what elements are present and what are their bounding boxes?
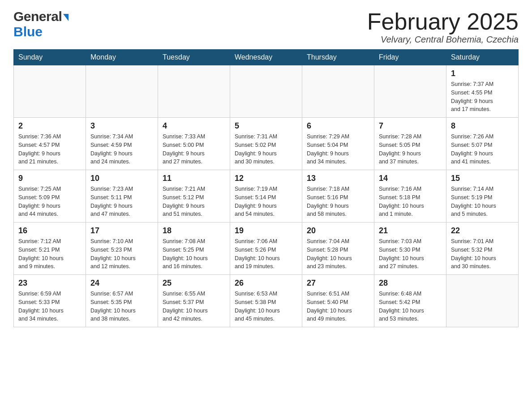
day-info: Sunrise: 7:23 AM Sunset: 5:11 PM Dayligh… xyxy=(90,185,153,218)
logo-blue-row: Blue xyxy=(13,24,43,39)
day-number: 6 xyxy=(307,121,369,131)
calendar-cell: 6Sunrise: 7:29 AM Sunset: 5:04 PM Daylig… xyxy=(302,118,374,170)
day-of-week-header: Sunday xyxy=(14,50,86,65)
calendar-cell: 5Sunrise: 7:31 AM Sunset: 5:02 PM Daylig… xyxy=(230,118,302,170)
day-number: 28 xyxy=(379,278,442,288)
day-of-week-header: Friday xyxy=(374,50,446,65)
calendar-cell: 18Sunrise: 7:08 AM Sunset: 5:25 PM Dayli… xyxy=(158,223,230,275)
day-number: 21 xyxy=(379,226,442,235)
logo-general-text: General xyxy=(13,9,62,24)
calendar-cell: 23Sunrise: 6:59 AM Sunset: 5:33 PM Dayli… xyxy=(14,275,86,327)
calendar-cell xyxy=(86,65,158,118)
calendar-week-row: 16Sunrise: 7:12 AM Sunset: 5:21 PM Dayli… xyxy=(14,223,519,275)
day-number: 10 xyxy=(90,174,153,183)
day-number: 4 xyxy=(163,121,225,131)
day-info: Sunrise: 7:25 AM Sunset: 5:09 PM Dayligh… xyxy=(18,185,81,218)
calendar-cell: 12Sunrise: 7:19 AM Sunset: 5:14 PM Dayli… xyxy=(230,170,302,223)
calendar-cell: 24Sunrise: 6:57 AM Sunset: 5:35 PM Dayli… xyxy=(86,275,158,327)
day-number: 18 xyxy=(163,226,225,235)
day-number: 16 xyxy=(18,226,81,235)
day-info: Sunrise: 7:06 AM Sunset: 5:26 PM Dayligh… xyxy=(235,237,297,271)
day-number: 22 xyxy=(451,226,514,235)
calendar-cell: 17Sunrise: 7:10 AM Sunset: 5:23 PM Dayli… xyxy=(86,223,158,275)
day-info: Sunrise: 7:10 AM Sunset: 5:23 PM Dayligh… xyxy=(90,237,153,271)
day-info: Sunrise: 7:21 AM Sunset: 5:12 PM Dayligh… xyxy=(163,185,225,218)
calendar-cell: 2Sunrise: 7:36 AM Sunset: 4:57 PM Daylig… xyxy=(14,118,86,170)
title-block: February 2025 Velvary, Central Bohemia, … xyxy=(367,9,519,45)
day-info: Sunrise: 7:34 AM Sunset: 4:59 PM Dayligh… xyxy=(90,133,153,166)
day-info: Sunrise: 7:03 AM Sunset: 5:30 PM Dayligh… xyxy=(379,237,442,271)
day-number: 15 xyxy=(451,174,514,183)
calendar-cell: 21Sunrise: 7:03 AM Sunset: 5:30 PM Dayli… xyxy=(374,223,446,275)
calendar-cell: 3Sunrise: 7:34 AM Sunset: 4:59 PM Daylig… xyxy=(86,118,158,170)
calendar-cell: 13Sunrise: 7:18 AM Sunset: 5:16 PM Dayli… xyxy=(302,170,374,223)
day-number: 17 xyxy=(90,226,153,235)
calendar-cell: 15Sunrise: 7:14 AM Sunset: 5:19 PM Dayli… xyxy=(446,170,519,223)
day-number: 26 xyxy=(235,278,297,288)
calendar-cell xyxy=(302,65,374,118)
day-number: 23 xyxy=(18,278,81,288)
calendar-week-row: 9Sunrise: 7:25 AM Sunset: 5:09 PM Daylig… xyxy=(14,170,519,223)
day-number: 1 xyxy=(451,69,514,78)
day-of-week-header: Monday xyxy=(86,50,158,65)
day-of-week-header: Saturday xyxy=(446,50,519,65)
day-info: Sunrise: 6:51 AM Sunset: 5:40 PM Dayligh… xyxy=(307,290,369,323)
day-info: Sunrise: 7:33 AM Sunset: 5:00 PM Dayligh… xyxy=(163,133,225,166)
calendar-cell: 28Sunrise: 6:48 AM Sunset: 5:42 PM Dayli… xyxy=(374,275,446,327)
day-number: 11 xyxy=(163,174,225,183)
day-number: 27 xyxy=(307,278,369,288)
calendar-cell: 16Sunrise: 7:12 AM Sunset: 5:21 PM Dayli… xyxy=(14,223,86,275)
day-number: 14 xyxy=(379,174,442,183)
calendar-week-row: 2Sunrise: 7:36 AM Sunset: 4:57 PM Daylig… xyxy=(14,118,519,170)
day-info: Sunrise: 6:57 AM Sunset: 5:35 PM Dayligh… xyxy=(90,290,153,323)
calendar-cell: 9Sunrise: 7:25 AM Sunset: 5:09 PM Daylig… xyxy=(14,170,86,223)
day-number: 7 xyxy=(379,121,442,131)
day-info: Sunrise: 6:55 AM Sunset: 5:37 PM Dayligh… xyxy=(163,290,225,323)
day-number: 5 xyxy=(235,121,297,131)
day-number: 20 xyxy=(307,226,369,235)
day-of-week-header: Tuesday xyxy=(158,50,230,65)
calendar-table: SundayMondayTuesdayWednesdayThursdayFrid… xyxy=(13,49,519,327)
logo-blue-part xyxy=(62,13,69,20)
day-number: 25 xyxy=(163,278,225,288)
calendar-cell: 19Sunrise: 7:06 AM Sunset: 5:26 PM Dayli… xyxy=(230,223,302,275)
calendar-cell xyxy=(446,275,519,327)
calendar-cell: 10Sunrise: 7:23 AM Sunset: 5:11 PM Dayli… xyxy=(86,170,158,223)
day-number: 2 xyxy=(18,121,81,131)
calendar-cell: 25Sunrise: 6:55 AM Sunset: 5:37 PM Dayli… xyxy=(158,275,230,327)
logo-arrow-icon xyxy=(63,14,69,21)
calendar-week-row: 23Sunrise: 6:59 AM Sunset: 5:33 PM Dayli… xyxy=(14,275,519,327)
logo: General Blue xyxy=(13,9,69,39)
calendar-header-row: SundayMondayTuesdayWednesdayThursdayFrid… xyxy=(14,50,519,65)
day-info: Sunrise: 7:01 AM Sunset: 5:32 PM Dayligh… xyxy=(451,237,514,271)
day-number: 24 xyxy=(90,278,153,288)
day-info: Sunrise: 6:48 AM Sunset: 5:42 PM Dayligh… xyxy=(379,290,442,323)
day-info: Sunrise: 7:04 AM Sunset: 5:28 PM Dayligh… xyxy=(307,237,369,271)
day-info: Sunrise: 7:31 AM Sunset: 5:02 PM Dayligh… xyxy=(235,133,297,166)
calendar-cell: 1Sunrise: 7:37 AM Sunset: 4:55 PM Daylig… xyxy=(446,65,519,118)
day-info: Sunrise: 6:59 AM Sunset: 5:33 PM Dayligh… xyxy=(18,290,81,323)
day-info: Sunrise: 7:12 AM Sunset: 5:21 PM Dayligh… xyxy=(18,237,81,271)
calendar-week-row: 1Sunrise: 7:37 AM Sunset: 4:55 PM Daylig… xyxy=(14,65,519,118)
calendar-cell: 8Sunrise: 7:26 AM Sunset: 5:07 PM Daylig… xyxy=(446,118,519,170)
day-number: 3 xyxy=(90,121,153,131)
calendar-cell: 26Sunrise: 6:53 AM Sunset: 5:38 PM Dayli… xyxy=(230,275,302,327)
day-info: Sunrise: 7:19 AM Sunset: 5:14 PM Dayligh… xyxy=(235,185,297,218)
day-number: 8 xyxy=(451,121,514,131)
day-info: Sunrise: 7:14 AM Sunset: 5:19 PM Dayligh… xyxy=(451,185,514,218)
day-number: 12 xyxy=(235,174,297,183)
page-header: General Blue February 2025 Velvary, Cent… xyxy=(13,9,519,45)
day-number: 9 xyxy=(18,174,81,183)
calendar-cell xyxy=(230,65,302,118)
day-number: 13 xyxy=(307,174,369,183)
calendar-cell: 11Sunrise: 7:21 AM Sunset: 5:12 PM Dayli… xyxy=(158,170,230,223)
day-info: Sunrise: 7:29 AM Sunset: 5:04 PM Dayligh… xyxy=(307,133,369,166)
month-title: February 2025 xyxy=(367,9,519,34)
day-number: 19 xyxy=(235,226,297,235)
day-info: Sunrise: 7:18 AM Sunset: 5:16 PM Dayligh… xyxy=(307,185,369,218)
day-info: Sunrise: 7:37 AM Sunset: 4:55 PM Dayligh… xyxy=(451,80,514,114)
calendar-cell: 22Sunrise: 7:01 AM Sunset: 5:32 PM Dayli… xyxy=(446,223,519,275)
calendar-cell xyxy=(374,65,446,118)
day-info: Sunrise: 7:28 AM Sunset: 5:05 PM Dayligh… xyxy=(379,133,442,166)
logo-blue-text: Blue xyxy=(13,24,43,39)
